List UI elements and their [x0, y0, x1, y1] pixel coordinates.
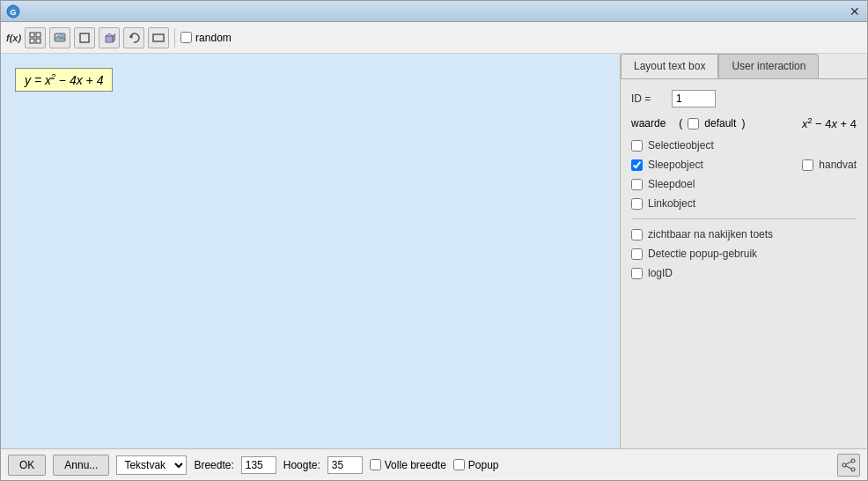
rect-button[interactable] — [148, 27, 169, 48]
status-bar: OK Annu... Tekstvak Breedte: Hoogte: Vol… — [1, 448, 867, 480]
waarde-open-paren: ( — [676, 117, 682, 130]
toolbar: f(x) — [1, 22, 867, 54]
close-button[interactable]: ✕ — [848, 4, 862, 18]
waarde-close-paren: ) — [741, 117, 745, 130]
selectieobject-label: Selectieobject — [648, 139, 714, 152]
svg-marker-10 — [106, 33, 113, 36]
type-select[interactable]: Tekstvak — [116, 455, 187, 475]
default-checkbox[interactable] — [688, 118, 699, 130]
popup-checkbox[interactable] — [453, 459, 465, 470]
handvat-right: handvat — [802, 159, 857, 171]
detectie-row: Detectie popup-gebruik — [631, 248, 857, 260]
fx-label: f(x) — [6, 33, 21, 43]
default-label: default — [704, 117, 736, 130]
hoogte-input[interactable] — [327, 456, 363, 474]
svg-text:G: G — [10, 8, 16, 17]
breedte-label: Breedte: — [194, 459, 233, 471]
zichtbaar-label: zichtbaar na nakijken toets — [648, 228, 773, 240]
svg-rect-9 — [106, 36, 113, 42]
math-text-box[interactable]: y = x2 − 4x + 4 — [15, 68, 113, 92]
sleepdoel-row: Sleepdoel — [631, 178, 857, 190]
waarde-row: waarde ( default ) x2 − 4x + 4 — [631, 116, 857, 130]
right-panel: Layout text box User interaction ID = wa… — [621, 54, 867, 448]
sleepobject-label: Sleepobject — [648, 159, 703, 171]
svg-line-18 — [846, 466, 851, 469]
svg-point-14 — [851, 459, 855, 462]
handvat-checkbox[interactable] — [802, 159, 813, 171]
toolbar-separator — [174, 28, 175, 48]
svg-rect-13 — [153, 34, 164, 41]
detectie-checkbox[interactable] — [631, 248, 643, 260]
linkobject-label: Linkobject — [648, 197, 695, 210]
sleepobject-row: Sleepobject handvat — [631, 159, 857, 171]
sleepdoel-checkbox[interactable] — [631, 179, 643, 190]
waarde-label: waarde — [631, 117, 671, 130]
logid-checkbox[interactable] — [631, 268, 643, 279]
waarde-value: x2 − 4x + 4 — [792, 116, 857, 130]
svg-line-17 — [846, 462, 851, 464]
popup-row: Popup — [453, 459, 499, 471]
linkobject-checkbox[interactable] — [631, 198, 643, 210]
detectie-label: Detectie popup-gebruik — [648, 248, 757, 260]
svg-rect-4 — [30, 39, 34, 43]
svg-rect-3 — [36, 33, 40, 37]
volle-breedte-checkbox[interactable] — [370, 459, 381, 470]
zichtbaar-row: zichtbaar na nakijken toets — [631, 228, 857, 240]
panel-content: ID = waarde ( default ) x2 − 4x + 4 — [621, 79, 867, 448]
title-bar: G ✕ — [1, 1, 867, 22]
sleepobject-checkbox[interactable] — [631, 159, 643, 171]
svg-marker-11 — [113, 33, 115, 42]
app-icon: G — [6, 4, 20, 18]
volle-breedte-row: Volle breedte — [370, 459, 446, 471]
id-row: ID = — [631, 90, 857, 107]
id-input[interactable] — [672, 90, 716, 107]
random-label: random — [180, 32, 232, 44]
selectieobject-row: Selectieobject — [631, 139, 857, 152]
main-content: y = x2 − 4x + 4 Layout text box User int… — [1, 54, 867, 448]
ok-button[interactable]: OK — [8, 455, 46, 476]
linkobject-row: Linkobject — [631, 197, 857, 210]
random-checkbox[interactable] — [180, 32, 192, 43]
id-label: ID = — [631, 92, 666, 105]
divider — [631, 218, 857, 219]
svg-rect-8 — [80, 33, 89, 42]
square-button[interactable] — [74, 27, 95, 48]
popup-label: Popup — [468, 459, 499, 471]
rotate-button[interactable] — [123, 27, 144, 48]
image-button[interactable] — [49, 27, 70, 48]
svg-point-16 — [851, 468, 855, 471]
breedte-input[interactable] — [241, 456, 276, 474]
hoogte-label: Hoogte: — [283, 459, 320, 471]
sleepobject-left: Sleepobject — [631, 159, 703, 171]
handvat-label: handvat — [819, 159, 857, 171]
svg-rect-5 — [36, 39, 40, 43]
sleepdoel-label: Sleepdoel — [648, 178, 695, 190]
tab-layout[interactable]: Layout text box — [621, 54, 718, 78]
share-button[interactable] — [837, 454, 860, 477]
grid-button[interactable] — [25, 27, 46, 48]
main-window: G ✕ f(x) — [0, 0, 868, 481]
tab-interaction[interactable]: User interaction — [718, 54, 819, 78]
zichtbaar-checkbox[interactable] — [631, 229, 643, 240]
cancel-button[interactable]: Annu... — [53, 455, 109, 476]
canvas-area[interactable]: y = x2 − 4x + 4 — [1, 54, 621, 448]
math-formula: y = x2 − 4x + 4 — [25, 73, 103, 87]
cube-button[interactable] — [99, 27, 120, 48]
volle-breedte-label: Volle breedte — [385, 459, 446, 471]
svg-rect-2 — [30, 33, 34, 37]
selectieobject-checkbox[interactable] — [631, 140, 643, 152]
tab-bar: Layout text box User interaction — [621, 54, 867, 79]
svg-point-15 — [842, 463, 846, 467]
logid-label: logID — [648, 267, 673, 279]
logid-row: logID — [631, 267, 857, 279]
